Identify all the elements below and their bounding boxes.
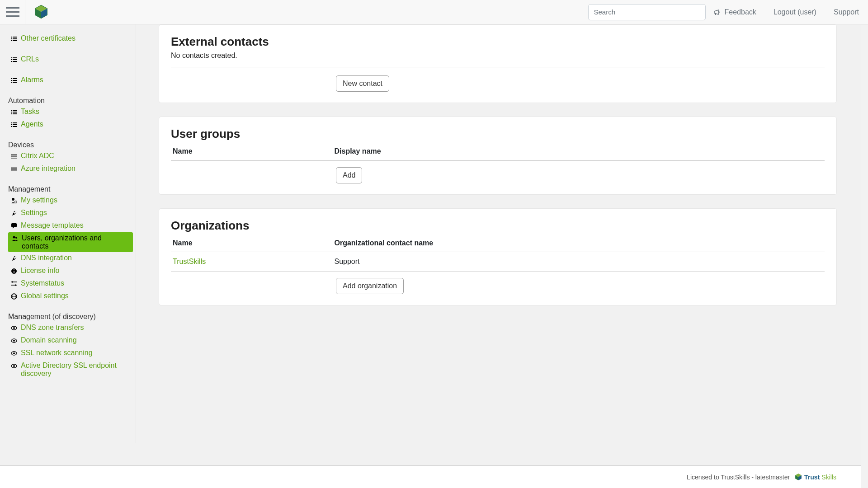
sidebar-section-management-discovery: Management (of discovery) xyxy=(0,303,136,322)
divider xyxy=(171,67,825,67)
sidebar-item-citrix-adc[interactable]: Citrix ADC xyxy=(0,150,136,163)
speech-bubble-icon xyxy=(10,221,18,230)
add-organization-button[interactable]: Add organization xyxy=(336,278,404,294)
svg-rect-50 xyxy=(14,271,14,273)
svg-rect-33 xyxy=(13,122,17,123)
sidebar-item-label: Alarms xyxy=(21,76,43,84)
svg-rect-37 xyxy=(13,126,17,127)
sidebar-item-license-info[interactable]: License info xyxy=(0,265,136,277)
svg-rect-12 xyxy=(11,40,12,41)
eye-icon xyxy=(10,324,18,333)
svg-point-65 xyxy=(13,365,15,367)
sidebar-item-tasks[interactable]: Tasks xyxy=(0,106,136,118)
app-logo[interactable] xyxy=(25,5,49,20)
search-input[interactable] xyxy=(588,4,706,20)
support-link[interactable]: Support xyxy=(834,8,859,16)
sidebar-item-label: Domain scanning xyxy=(21,336,77,344)
users-icon xyxy=(11,234,19,243)
user-groups-card: User groups Name Display name Add xyxy=(159,117,837,195)
svg-rect-39 xyxy=(11,157,17,158)
sidebar-item-systemstatus[interactable]: Systemstatus xyxy=(0,277,136,290)
list-icon xyxy=(10,76,18,85)
sidebar-item-domain-scanning[interactable]: Domain scanning xyxy=(0,334,136,347)
svg-point-46 xyxy=(13,236,15,239)
hamburger-menu-button[interactable] xyxy=(0,0,25,24)
svg-point-61 xyxy=(13,340,15,342)
col-header-display-name: Display name xyxy=(335,144,825,160)
main-content: External contacts No contacts created. N… xyxy=(136,24,868,443)
svg-rect-7 xyxy=(715,13,716,15)
svg-rect-35 xyxy=(13,124,17,125)
svg-rect-21 xyxy=(13,78,17,79)
wrench-icon xyxy=(10,209,18,218)
svg-rect-26 xyxy=(11,110,12,111)
eye-icon xyxy=(10,336,18,345)
organization-name-link[interactable]: TrustSkills xyxy=(171,252,335,272)
svg-rect-27 xyxy=(13,110,17,111)
list-icon xyxy=(10,34,18,43)
sidebar-item-other-certificates[interactable]: Other certificates xyxy=(0,33,136,45)
sidebar-item-label: Global settings xyxy=(21,292,69,300)
svg-rect-2 xyxy=(6,15,19,17)
sidebar-item-azure-integration[interactable]: Azure integration xyxy=(0,163,136,175)
svg-rect-17 xyxy=(13,59,17,60)
sidebar-item-label: Systemstatus xyxy=(21,279,64,287)
sidebar-item-dns-zone-transfers[interactable]: DNS zone transfers xyxy=(0,322,136,334)
sidebar-item-label: Agents xyxy=(21,120,43,128)
sidebar-item-label: Citrix ADC xyxy=(21,152,54,160)
sidebar-item-settings[interactable]: Settings xyxy=(0,207,136,220)
sidebar-item-agents[interactable]: Agents xyxy=(0,118,136,131)
new-contact-button[interactable]: New contact xyxy=(336,75,389,92)
sidebar-item-crls[interactable]: CRLs xyxy=(0,53,136,66)
svg-rect-30 xyxy=(11,113,12,114)
svg-rect-41 xyxy=(11,169,17,171)
sidebar-item-label: Active Directory SSL endpoint discovery xyxy=(21,361,133,378)
sidebar-section-devices: Devices xyxy=(0,131,136,150)
sidebar-item-my-settings[interactable]: My settings xyxy=(0,194,136,207)
organizations-card: Organizations Name Organizational contac… xyxy=(159,208,837,305)
server-icon xyxy=(10,164,18,174)
svg-rect-16 xyxy=(11,59,12,60)
sidebar-item-label: Azure integration xyxy=(21,164,75,173)
sliders-icon xyxy=(10,279,18,288)
list-icon xyxy=(10,108,18,117)
scrollbar-track[interactable] xyxy=(861,0,868,443)
svg-rect-40 xyxy=(11,167,17,169)
svg-rect-44 xyxy=(11,223,17,227)
organizations-table: Name Organizational contact name TrustSk… xyxy=(171,235,825,272)
sidebar-item-ad-ssl-discovery[interactable]: Active Directory SSL endpoint discovery xyxy=(0,360,136,380)
svg-rect-0 xyxy=(6,7,19,9)
svg-rect-49 xyxy=(14,269,14,270)
sidebar-item-ssl-network-scanning[interactable]: SSL network scanning xyxy=(0,347,136,360)
svg-rect-20 xyxy=(11,78,12,79)
svg-rect-31 xyxy=(13,113,17,114)
wrench-icon xyxy=(10,254,18,263)
external-contacts-heading: External contacts xyxy=(171,35,825,49)
sidebar-item-global-settings[interactable]: Global settings xyxy=(0,290,136,303)
sidebar-item-label: License info xyxy=(21,267,59,275)
sidebar-item-alarms[interactable]: Alarms xyxy=(0,74,136,87)
col-header-name: Name xyxy=(171,144,335,160)
svg-point-47 xyxy=(15,237,17,239)
sidebar-item-users-organizations-contacts[interactable]: Users, organizations and contacts xyxy=(8,232,133,252)
svg-rect-22 xyxy=(11,80,12,81)
info-circle-icon xyxy=(10,267,18,276)
svg-marker-45 xyxy=(13,227,14,229)
sidebar-item-label: Other certificates xyxy=(21,34,75,42)
sidebar-item-message-templates[interactable]: Message templates xyxy=(0,220,136,232)
svg-rect-36 xyxy=(11,126,12,127)
svg-rect-19 xyxy=(13,61,17,62)
logout-link[interactable]: Logout (user) xyxy=(774,8,816,16)
svg-rect-13 xyxy=(13,40,17,41)
sidebar-item-dns-integration[interactable]: DNS integration xyxy=(0,252,136,265)
svg-rect-38 xyxy=(11,155,17,156)
megaphone-icon xyxy=(714,9,721,15)
sidebar-item-label: Settings xyxy=(21,209,47,217)
svg-point-43 xyxy=(15,201,17,203)
feedback-link[interactable]: Feedback xyxy=(714,8,756,16)
svg-rect-10 xyxy=(11,38,12,39)
header-bar: Feedback Logout (user) Support xyxy=(0,0,868,24)
svg-rect-29 xyxy=(13,112,17,113)
external-contacts-empty-text: No contacts created. xyxy=(171,52,825,60)
add-user-group-button[interactable]: Add xyxy=(336,167,362,183)
